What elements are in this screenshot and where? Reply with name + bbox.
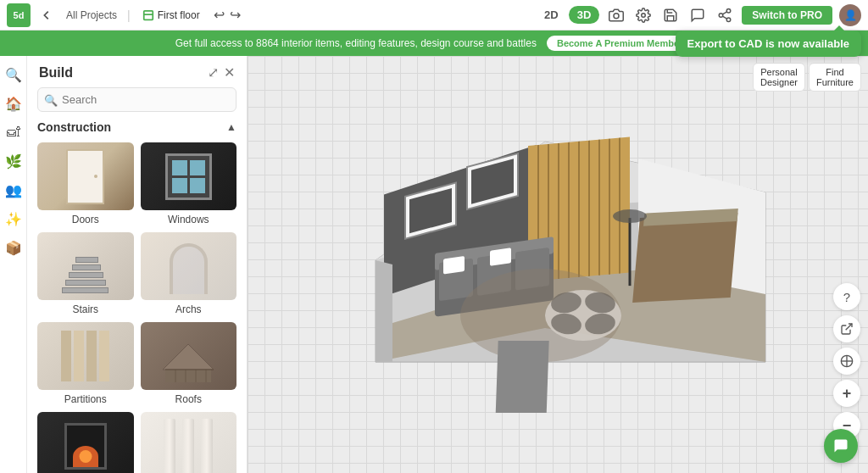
topbar: 5d All Projects | First floor ↩ ↪ 2D 3D … (0, 0, 868, 31)
close-button[interactable]: ✕ (224, 64, 235, 81)
svg-line-8 (723, 11, 727, 14)
become-premium-button[interactable]: Become A Premium Member (547, 36, 693, 51)
sidebar-item-search[interactable]: 🔍 (2, 63, 25, 86)
separator: | (127, 8, 131, 22)
fireplace-thumbnail (37, 412, 134, 473)
item-windows[interactable]: Windows (141, 142, 237, 225)
search-input[interactable] (37, 87, 236, 112)
windows-label: Windows (168, 214, 209, 225)
settings-button[interactable] (633, 5, 654, 25)
help-button[interactable]: ? (833, 283, 860, 310)
build-panel-header: Build ⤢ ✕ (27, 56, 247, 87)
main-area: 🔍 🏠 🛋 🌿 👥 ✨ 📦 Build ⤢ ✕ 🔍 Construction ▲ (0, 56, 868, 473)
view-toggle: 2D 3D (536, 6, 599, 24)
svg-rect-54 (495, 341, 548, 413)
archs-thumbnail (141, 232, 237, 300)
item-stairs[interactable]: Stairs (37, 232, 134, 315)
floor-selector[interactable]: First floor (137, 8, 205, 23)
view-2d-button[interactable]: 2D (536, 6, 567, 24)
sidebar-item-build[interactable]: 🏠 (2, 92, 25, 115)
windows-thumbnail (141, 142, 237, 210)
undo-redo-group: ↩ ↪ (212, 5, 242, 25)
item-fireplace[interactable] (37, 412, 134, 473)
expand-button[interactable]: ⤢ (208, 64, 219, 81)
switch-to-pro-button[interactable]: Switch to PRO (742, 6, 832, 25)
sidebar-item-objects[interactable]: 📦 (2, 236, 25, 259)
zoom-in-button[interactable]: + (833, 380, 860, 407)
sidebar-item-new[interactable]: ✨ (2, 207, 25, 231)
svg-rect-37 (632, 213, 737, 303)
canvas-background: PersonalDesigner FindFurniture ? + − (248, 56, 868, 473)
all-projects-button[interactable]: All Projects (63, 8, 120, 23)
quick-actions: PersonalDesigner FindFurniture (753, 63, 861, 92)
redo-button[interactable]: ↪ (228, 5, 242, 25)
roofs-label: Roofs (175, 393, 202, 405)
build-panel-actions: ⤢ ✕ (208, 64, 235, 81)
build-panel-title: Build (39, 65, 73, 81)
app-logo: 5d (7, 3, 31, 27)
search-bar: 🔍 (37, 87, 236, 112)
stairs-thumbnail (37, 232, 134, 300)
doors-thumbnail (37, 142, 134, 210)
construction-section-title: Construction (37, 120, 111, 134)
svg-point-53 (613, 209, 647, 223)
svg-rect-10 (165, 370, 211, 382)
svg-line-7 (723, 16, 727, 19)
svg-point-4 (727, 8, 732, 13)
construction-section-header[interactable]: Construction ▲ (37, 120, 236, 134)
roofs-thumbnail (141, 322, 237, 390)
item-doors[interactable]: Doors (37, 142, 134, 225)
save-button[interactable] (660, 5, 681, 25)
svg-rect-45 (490, 248, 511, 266)
chat-button[interactable] (824, 429, 858, 463)
export-button[interactable] (833, 315, 860, 342)
svg-point-2 (614, 13, 619, 18)
svg-marker-55 (376, 260, 392, 362)
room-3d-view (325, 91, 816, 425)
back-button[interactable] (37, 8, 56, 23)
build-panel: Build ⤢ ✕ 🔍 Construction ▲ (27, 56, 248, 473)
left-icon-sidebar: 🔍 🏠 🛋 🌿 👥 ✨ 📦 (0, 56, 27, 473)
stairs-label: Stairs (72, 303, 98, 315)
comment-button[interactable] (687, 5, 708, 25)
search-icon: 🔍 (44, 93, 58, 106)
doors-label: Doors (72, 214, 99, 225)
item-archs[interactable]: Archs (141, 232, 237, 315)
columns-thumbnail (141, 412, 237, 473)
chevron-up-icon: ▲ (226, 121, 236, 133)
item-roofs[interactable]: Roofs (141, 322, 237, 405)
construction-items-grid: Doors Windows (37, 142, 236, 473)
svg-point-5 (720, 13, 724, 17)
item-partitions[interactable]: Partitions (37, 322, 134, 405)
personal-designer-button[interactable]: PersonalDesigner (753, 63, 805, 92)
panel-content: Construction ▲ Doors (27, 120, 247, 473)
export-tooltip: Export to CAD is now available (676, 31, 861, 57)
view-3d-button[interactable]: 3D (569, 6, 600, 24)
partitions-thumbnail (37, 322, 134, 390)
svg-point-3 (642, 13, 646, 17)
banner-message: Get full access to 8864 interior items, … (175, 37, 537, 49)
svg-marker-9 (163, 344, 214, 370)
compass-button[interactable] (833, 348, 860, 375)
svg-point-6 (727, 18, 732, 22)
canvas-area[interactable]: PersonalDesigner FindFurniture ? + − (248, 56, 868, 473)
item-columns[interactable] (141, 412, 237, 473)
sidebar-item-furniture[interactable]: 🛋 (2, 120, 25, 144)
archs-label: Archs (175, 303, 202, 315)
camera-button[interactable] (606, 5, 626, 25)
sidebar-item-nature[interactable]: 🌿 (2, 149, 25, 173)
user-avatar[interactable]: 👤 (839, 4, 861, 26)
right-sidebar-controls: ? + − (826, 56, 868, 473)
undo-button[interactable]: ↩ (212, 5, 226, 25)
svg-rect-44 (443, 256, 465, 275)
sidebar-item-people[interactable]: 👥 (2, 178, 25, 202)
find-furniture-button[interactable]: FindFurniture (809, 63, 861, 92)
share-button[interactable] (715, 5, 735, 25)
partitions-label: Partitions (64, 393, 107, 405)
